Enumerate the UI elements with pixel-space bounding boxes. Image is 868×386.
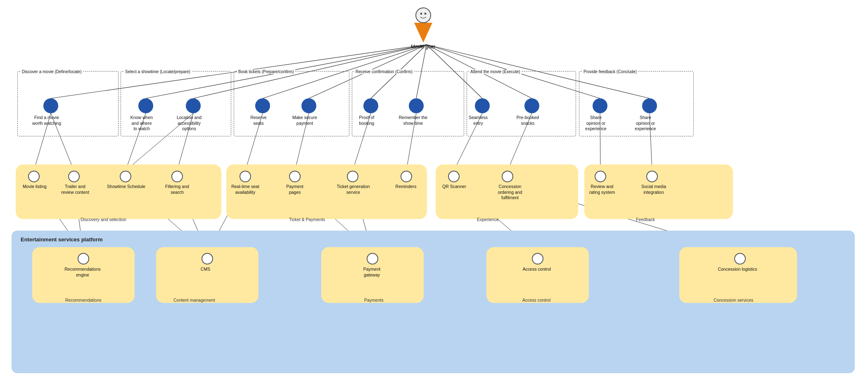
svg-point-34 [424, 13, 426, 15]
phase-showtime-label: Select a showtime (Locate/prepare) [124, 69, 192, 74]
phase-attend-label: Attend the movie (Execute) [469, 69, 522, 74]
label-filtering-search: Filtering andsearch [160, 184, 194, 195]
label-trailer-review: Trailer andreview content [57, 184, 93, 195]
label-location-access: Location andaccessibilityoptions [171, 115, 208, 132]
svg-point-33 [420, 13, 422, 15]
phase-book [234, 71, 349, 136]
node-concession-logistics [734, 253, 746, 264]
actor: Movie goer [411, 7, 435, 50]
actor-label: Movie goer [411, 44, 435, 50]
label-proof-booking: Proof ofbooking [348, 115, 385, 126]
label-qr-scanner: QR Scanner [438, 184, 471, 190]
label-remember-show: Remember theshow time [394, 115, 433, 126]
diagram: Entertainment services platform Discover… [0, 0, 868, 386]
platform-label: Entertainment services platform [21, 236, 103, 243]
node-qr-scanner [448, 171, 460, 182]
label-cms: CMS [194, 267, 217, 272]
node-share-exp1 [593, 98, 607, 113]
phase-discover [17, 71, 119, 136]
node-proof-booking [363, 98, 378, 113]
discovery-label: Discovery and selection [81, 217, 126, 222]
phase-confirm-label: Receive confirmation (Confirm) [354, 69, 414, 74]
node-pay-gateway [367, 253, 378, 264]
node-know-when [138, 98, 153, 113]
label-ticket-gen: Ticket generationservice [334, 184, 373, 195]
node-find-movie [43, 98, 58, 113]
node-movie-listing [28, 171, 40, 182]
pay-sublabel: Payments [364, 298, 384, 303]
node-social-media [646, 171, 658, 182]
label-showtime-sched: Showtime Schedule [107, 184, 146, 190]
node-showtime-sched [120, 171, 131, 182]
node-realtime-seat [240, 171, 251, 182]
label-payment-pages: Paymentpages [278, 184, 312, 195]
node-trailer-review [68, 171, 80, 182]
label-access-control: Access control [518, 267, 555, 272]
node-filtering-search [171, 171, 183, 182]
label-concession-logistics: Concession logistics [713, 267, 762, 272]
tickets-label: Ticket & Payments [289, 217, 325, 222]
label-rec: Recommendationsengine [60, 267, 105, 278]
label-share-exp1: Shareopinion orexperience [577, 115, 614, 132]
experience-label: Experience [477, 217, 499, 222]
label-prebooked-snacks: Pre-bookedsnacks [509, 115, 546, 126]
label-realtime-seat: Real-time seatavailability [227, 184, 264, 195]
node-location-access [186, 98, 201, 113]
label-review-rating: Review andrating system [583, 184, 621, 195]
node-reserve-seats [255, 98, 270, 113]
node-reminders [401, 171, 412, 182]
cms-sublabel: Content management [173, 298, 215, 303]
label-reserve-seats: Reserveseats [240, 115, 277, 126]
label-find-movie: Find a movieworth watching [28, 115, 65, 126]
node-rec [78, 253, 89, 264]
label-secure-payment: Make securepayment [286, 115, 323, 126]
conc-sublabel: Concession services [714, 298, 753, 303]
rec-sublabel: Recommendations [65, 298, 102, 303]
actor-body [414, 23, 432, 43]
label-know-when: Know whenand whereto watch [123, 115, 160, 132]
label-pay-gateway: Paymentgateway [354, 267, 389, 278]
node-remember-show [409, 98, 424, 113]
phase-feedback-label: Provide feedback (Conclude) [582, 69, 638, 74]
node-payment-pages [289, 171, 301, 182]
node-ticket-gen [347, 171, 358, 182]
node-access-control [532, 253, 543, 264]
actor-head [415, 7, 431, 23]
node-share-exp2 [642, 98, 657, 113]
node-cms [202, 253, 213, 264]
label-seamless-entry: Seamlessentry [460, 115, 497, 126]
phase-book-label: Book tickets (Prepare/confirm) [237, 69, 295, 74]
node-review-rating [595, 171, 606, 182]
label-social-media: Social mediaintegration [635, 184, 672, 195]
label-movie-listing: Movie listing [18, 184, 51, 190]
feedback-label: Feedback [636, 217, 655, 222]
label-reminders: Reminders [391, 184, 420, 190]
node-prebooked-snacks [524, 98, 539, 113]
access-sublabel: Access control [522, 298, 550, 303]
label-share-exp2: Shareopinion orexperience [627, 115, 664, 132]
node-concession-order [502, 171, 513, 182]
node-secure-payment [301, 98, 316, 113]
node-seamless-entry [475, 98, 490, 113]
label-concession-order: Concessionordering andfulfilment [489, 184, 531, 201]
phase-discover-label: Discover a movie (Define/locate) [21, 69, 83, 74]
